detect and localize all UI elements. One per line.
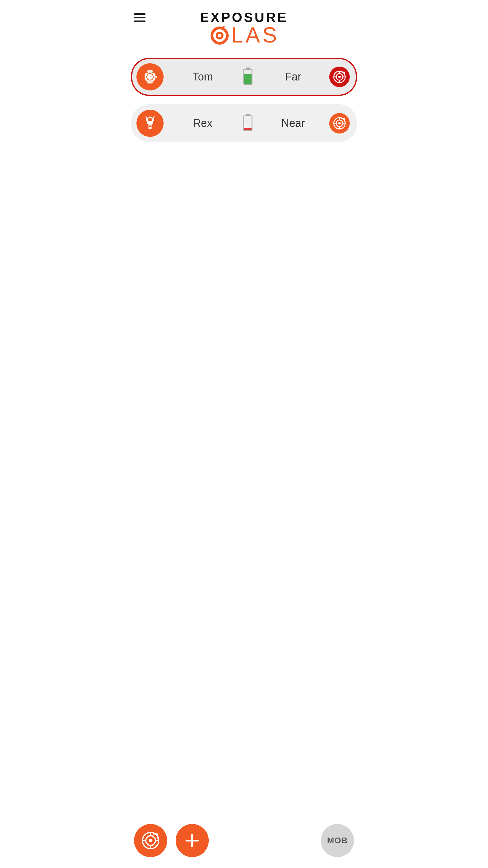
svg-rect-10 xyxy=(156,76,157,78)
svg-rect-6 xyxy=(147,70,153,73)
battery-fill-tom xyxy=(244,74,252,84)
battery-tom xyxy=(239,69,257,85)
header: EXPOSURE LAS xyxy=(122,0,366,52)
svg-point-13 xyxy=(150,76,151,78)
svg-point-42 xyxy=(149,839,153,842)
device-name-tom: Tom xyxy=(164,70,239,83)
mob-button[interactable]: MOB xyxy=(321,824,354,857)
app-logo: EXPOSURE LAS xyxy=(134,11,354,46)
battery-fill-rex xyxy=(244,128,252,130)
battery-icon-rex xyxy=(243,116,253,131)
device-card-tom[interactable]: Tom Far xyxy=(131,58,357,96)
target-button-tom[interactable] xyxy=(329,67,350,87)
battery-rex xyxy=(239,116,257,131)
logo-bottom-row: LAS xyxy=(209,24,279,46)
devices-list: Tom Far xyxy=(122,52,366,148)
device-icon-rex xyxy=(136,110,164,137)
bottom-bar: MOB xyxy=(122,817,366,868)
svg-line-28 xyxy=(146,117,147,118)
svg-rect-7 xyxy=(147,81,153,84)
add-icon xyxy=(184,832,201,849)
watch-icon xyxy=(142,69,158,85)
device-icon-tom xyxy=(136,63,164,90)
device-name-rex: Rex xyxy=(164,117,239,130)
bottom-add-button[interactable] xyxy=(175,824,209,857)
distance-rex: Near xyxy=(257,117,329,130)
svg-point-30 xyxy=(149,125,151,127)
svg-point-3 xyxy=(218,34,221,37)
logo-exposure-text: EXPOSURE xyxy=(200,11,288,24)
target-button-rex[interactable] xyxy=(329,113,350,133)
svg-point-33 xyxy=(338,122,341,124)
target-icon-rex xyxy=(333,117,346,130)
svg-line-29 xyxy=(153,117,154,118)
flashlight-icon xyxy=(144,116,156,131)
device-card-rex[interactable]: Rex Near xyxy=(131,104,357,142)
target-icon-tom xyxy=(333,70,346,83)
logo-las-text: LAS xyxy=(231,24,279,46)
bottom-target-button[interactable] xyxy=(134,824,167,857)
battery-icon-tom xyxy=(243,69,253,85)
svg-point-26 xyxy=(148,118,153,121)
svg-point-16 xyxy=(338,76,341,78)
bottom-target-icon xyxy=(141,832,160,849)
logo-target-icon xyxy=(209,24,230,46)
mob-label: MOB xyxy=(327,836,348,845)
distance-tom: Far xyxy=(257,70,329,83)
